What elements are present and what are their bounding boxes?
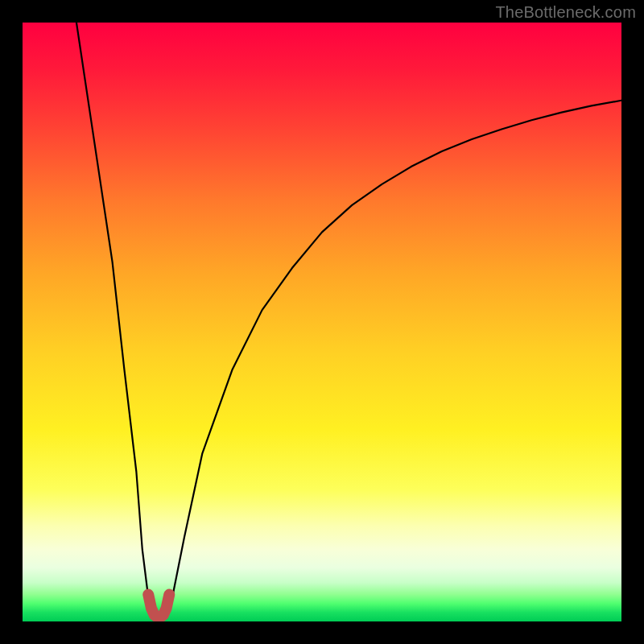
- bottleneck-curve-path: [76, 23, 621, 621]
- watermark-text: TheBottleneck.com: [495, 3, 636, 22]
- chart-area: [23, 23, 621, 621]
- min-marker-path: [148, 595, 169, 617]
- bottleneck-curve-svg: [23, 23, 621, 621]
